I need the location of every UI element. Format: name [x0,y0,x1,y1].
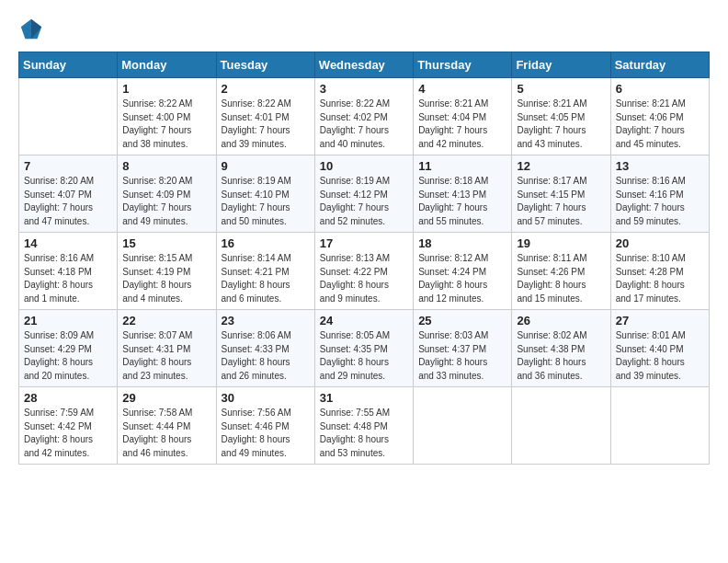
calendar-cell: 30Sunrise: 7:56 AM Sunset: 4:46 PM Dayli… [216,387,314,465]
header-day: Monday [118,52,216,78]
calendar-cell: 16Sunrise: 8:14 AM Sunset: 4:21 PM Dayli… [216,233,314,310]
day-number: 29 [122,391,210,405]
day-info: Sunrise: 8:19 AM Sunset: 4:10 PM Dayligh… [222,175,310,228]
header-day: Saturday [610,52,709,78]
calendar-cell: 1Sunrise: 8:22 AM Sunset: 4:00 PM Daylig… [118,78,216,155]
day-info: Sunrise: 7:59 AM Sunset: 4:42 PM Dayligh… [24,407,112,460]
calendar-cell: 22Sunrise: 8:07 AM Sunset: 4:31 PM Dayli… [118,310,216,387]
header-day: Friday [512,52,610,78]
day-number: 7 [24,159,112,173]
header-day: Thursday [414,52,512,78]
calendar-cell [19,78,118,155]
day-info: Sunrise: 8:20 AM Sunset: 4:07 PM Dayligh… [24,175,112,228]
day-number: 27 [616,314,704,327]
day-number: 12 [517,159,605,173]
day-number: 19 [517,236,605,250]
day-number: 31 [320,391,408,405]
day-number: 1 [122,82,210,96]
calendar-cell [512,387,610,465]
day-info: Sunrise: 8:10 AM Sunset: 4:28 PM Dayligh… [616,252,704,305]
day-number: 22 [122,314,210,327]
day-info: Sunrise: 8:01 AM Sunset: 4:40 PM Dayligh… [616,329,704,383]
calendar-cell: 25Sunrise: 8:03 AM Sunset: 4:37 PM Dayli… [414,310,512,387]
calendar-cell: 21Sunrise: 8:09 AM Sunset: 4:29 PM Dayli… [19,310,118,387]
day-info: Sunrise: 8:21 AM Sunset: 4:06 PM Dayligh… [616,98,704,151]
day-number: 23 [222,314,310,327]
day-info: Sunrise: 8:22 AM Sunset: 4:01 PM Dayligh… [222,98,310,151]
day-info: Sunrise: 8:13 AM Sunset: 4:22 PM Dayligh… [320,252,408,305]
day-number: 2 [222,82,310,96]
calendar-week-row: 1Sunrise: 8:22 AM Sunset: 4:00 PM Daylig… [19,78,710,155]
day-info: Sunrise: 7:55 AM Sunset: 4:48 PM Dayligh… [320,407,408,460]
day-number: 18 [418,236,506,250]
calendar-week-row: 14Sunrise: 8:16 AM Sunset: 4:18 PM Dayli… [19,233,710,310]
calendar-cell: 26Sunrise: 8:02 AM Sunset: 4:38 PM Dayli… [512,310,610,387]
calendar-cell: 7Sunrise: 8:20 AM Sunset: 4:07 PM Daylig… [19,155,118,233]
calendar-table: SundayMondayTuesdayWednesdayThursdayFrid… [18,52,710,465]
calendar-cell: 15Sunrise: 8:15 AM Sunset: 4:19 PM Dayli… [118,233,216,310]
logo [18,17,48,42]
day-info: Sunrise: 8:19 AM Sunset: 4:12 PM Dayligh… [320,175,408,228]
calendar-cell: 8Sunrise: 8:20 AM Sunset: 4:09 PM Daylig… [118,155,216,233]
calendar-week-row: 28Sunrise: 7:59 AM Sunset: 4:42 PM Dayli… [19,387,710,465]
day-info: Sunrise: 8:15 AM Sunset: 4:19 PM Dayligh… [122,252,210,305]
day-info: Sunrise: 8:18 AM Sunset: 4:13 PM Dayligh… [418,175,506,228]
day-info: Sunrise: 8:22 AM Sunset: 4:00 PM Dayligh… [122,98,210,151]
calendar-cell: 11Sunrise: 8:18 AM Sunset: 4:13 PM Dayli… [414,155,512,233]
day-info: Sunrise: 8:16 AM Sunset: 4:18 PM Dayligh… [24,252,112,305]
calendar-cell: 20Sunrise: 8:10 AM Sunset: 4:28 PM Dayli… [610,233,709,310]
day-number: 4 [418,82,506,96]
calendar-cell: 19Sunrise: 8:11 AM Sunset: 4:26 PM Dayli… [512,233,610,310]
day-number: 25 [418,314,506,327]
calendar-cell: 24Sunrise: 8:05 AM Sunset: 4:35 PM Dayli… [314,310,413,387]
day-number: 8 [122,159,210,173]
header-day: Sunday [19,52,118,78]
header-row: SundayMondayTuesdayWednesdayThursdayFrid… [19,52,710,78]
day-number: 3 [320,82,408,96]
calendar-cell: 12Sunrise: 8:17 AM Sunset: 4:15 PM Dayli… [512,155,610,233]
day-info: Sunrise: 8:21 AM Sunset: 4:04 PM Dayligh… [418,98,506,151]
calendar-cell: 4Sunrise: 8:21 AM Sunset: 4:04 PM Daylig… [414,78,512,155]
calendar-cell: 18Sunrise: 8:12 AM Sunset: 4:24 PM Dayli… [414,233,512,310]
day-info: Sunrise: 8:22 AM Sunset: 4:02 PM Dayligh… [320,98,408,151]
calendar-cell: 13Sunrise: 8:16 AM Sunset: 4:16 PM Dayli… [610,155,709,233]
calendar-cell [610,387,709,465]
calendar-cell [414,387,512,465]
calendar-week-row: 21Sunrise: 8:09 AM Sunset: 4:29 PM Dayli… [19,310,710,387]
day-info: Sunrise: 8:02 AM Sunset: 4:38 PM Dayligh… [517,329,605,383]
day-number: 11 [418,159,506,173]
calendar-cell: 2Sunrise: 8:22 AM Sunset: 4:01 PM Daylig… [216,78,314,155]
day-number: 21 [24,314,112,327]
day-info: Sunrise: 7:56 AM Sunset: 4:46 PM Dayligh… [222,407,310,460]
day-number: 28 [24,391,112,405]
day-info: Sunrise: 8:07 AM Sunset: 4:31 PM Dayligh… [122,329,210,383]
day-number: 14 [24,236,112,250]
day-number: 26 [517,314,605,327]
calendar-cell: 14Sunrise: 8:16 AM Sunset: 4:18 PM Dayli… [19,233,118,310]
day-info: Sunrise: 8:06 AM Sunset: 4:33 PM Dayligh… [222,329,310,383]
day-info: Sunrise: 8:12 AM Sunset: 4:24 PM Dayligh… [418,252,506,305]
calendar-cell: 6Sunrise: 8:21 AM Sunset: 4:06 PM Daylig… [610,78,709,155]
calendar-cell: 23Sunrise: 8:06 AM Sunset: 4:33 PM Dayli… [216,310,314,387]
day-info: Sunrise: 8:05 AM Sunset: 4:35 PM Dayligh… [320,329,408,383]
day-info: Sunrise: 8:16 AM Sunset: 4:16 PM Dayligh… [616,175,704,228]
day-info: Sunrise: 8:03 AM Sunset: 4:37 PM Dayligh… [418,329,506,383]
header-day: Wednesday [314,52,413,78]
calendar-week-row: 7Sunrise: 8:20 AM Sunset: 4:07 PM Daylig… [19,155,710,233]
day-number: 24 [320,314,408,327]
calendar-cell: 29Sunrise: 7:58 AM Sunset: 4:44 PM Dayli… [118,387,216,465]
calendar-header: SundayMondayTuesdayWednesdayThursdayFrid… [19,52,710,78]
calendar-cell: 5Sunrise: 8:21 AM Sunset: 4:05 PM Daylig… [512,78,610,155]
day-number: 10 [320,159,408,173]
header [18,17,710,42]
calendar-cell: 9Sunrise: 8:19 AM Sunset: 4:10 PM Daylig… [216,155,314,233]
day-number: 16 [222,236,310,250]
calendar-cell: 28Sunrise: 7:59 AM Sunset: 4:42 PM Dayli… [19,387,118,465]
day-number: 9 [222,159,310,173]
page: SundayMondayTuesdayWednesdayThursdayFrid… [0,0,728,474]
header-day: Tuesday [216,52,314,78]
day-info: Sunrise: 8:17 AM Sunset: 4:15 PM Dayligh… [517,175,605,228]
day-info: Sunrise: 8:11 AM Sunset: 4:26 PM Dayligh… [517,252,605,305]
day-number: 30 [222,391,310,405]
day-number: 15 [122,236,210,250]
